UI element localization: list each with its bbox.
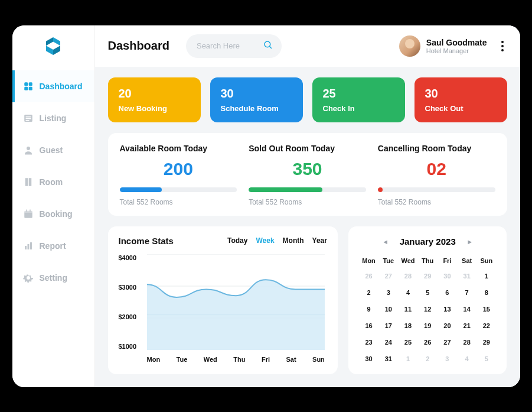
stat-label: Schedule Room	[221, 104, 292, 113]
calendar-day: 4	[457, 351, 476, 367]
calendar-day: 26	[359, 268, 378, 284]
stat-card-check-in[interactable]: 25Check In	[312, 77, 405, 122]
calendar-month-title: January 2023	[400, 236, 456, 246]
sidebar-item-dashboard[interactable]: Dashboard	[12, 70, 94, 102]
calendar-day[interactable]: 2	[359, 284, 378, 301]
stat-cards-row: 20New Booking30Schedule Room25Check In30…	[108, 77, 507, 122]
svg-rect-0	[24, 82, 28, 86]
user-menu[interactable]: Saul Goodmate Hotel Manager	[399, 35, 487, 57]
sidebar-item-report[interactable]: Report	[12, 230, 94, 262]
stat-card-check-out[interactable]: 30Check Out	[414, 77, 507, 122]
today-sub: Total 552 Rooms	[378, 198, 495, 206]
calendar-day[interactable]: 19	[418, 317, 438, 334]
calendar-day[interactable]: 13	[438, 301, 457, 317]
calendar-day[interactable]: 22	[476, 317, 496, 334]
today-value: 200	[120, 159, 237, 179]
sidebar-item-room[interactable]: Room	[12, 166, 94, 198]
more-menu-button[interactable]	[498, 37, 507, 55]
calendar-day[interactable]: 29	[476, 334, 496, 351]
svg-rect-2	[24, 86, 28, 90]
stat-value: 30	[221, 87, 292, 100]
calendar-day[interactable]: 11	[398, 301, 417, 317]
app-logo	[12, 25, 94, 67]
sidebar-item-label: Room	[40, 177, 63, 187]
calendar-day[interactable]: 21	[457, 317, 476, 334]
range-year[interactable]: Year	[312, 236, 327, 245]
xtick: Fri	[262, 356, 270, 363]
calendar-day[interactable]: 23	[359, 334, 378, 351]
user-meta: Saul Goodmate Hotel Manager	[426, 38, 487, 54]
list-icon	[23, 113, 34, 124]
sidebar-item-guest[interactable]: Guest	[12, 134, 94, 166]
calendar-day[interactable]: 12	[418, 301, 438, 317]
calendar-day[interactable]: 4	[398, 284, 417, 301]
sidebar-item-booking[interactable]: Booking	[12, 198, 94, 230]
grid-icon	[23, 81, 34, 92]
bottom-row: Income Stats TodayWeekMonthYear $4000$30…	[108, 226, 507, 374]
calendar-dow: Sun	[476, 254, 496, 268]
chart-x-labels: MonTueWedThuFriSatSun	[147, 356, 325, 363]
ytick: $4000	[119, 254, 137, 261]
today-title: Cancelling Room Today	[378, 144, 495, 153]
today-panel: Available Room Today200Total 552 RoomsSo…	[108, 133, 507, 216]
stat-label: Check In	[323, 104, 394, 113]
calendar-day[interactable]: 25	[398, 334, 417, 351]
calendar-next-button[interactable]: ►	[464, 236, 476, 248]
calendar-day[interactable]: 27	[438, 334, 457, 351]
xtick: Wed	[204, 356, 217, 363]
range-week[interactable]: Week	[256, 236, 274, 245]
svg-rect-14	[30, 209, 31, 212]
sidebar-nav: DashboardListingGuestRoomBookingReportSe…	[12, 67, 94, 297]
range-today[interactable]: Today	[227, 236, 247, 245]
stat-card-new-booking[interactable]: 20New Booking	[108, 77, 201, 122]
today-sub: Total 552 Rooms	[249, 198, 366, 206]
xtick: Sun	[312, 356, 325, 363]
range-month[interactable]: Month	[283, 236, 304, 245]
calendar-grid: MonTueWedThuFriSatSun2627282930311234567…	[359, 254, 497, 367]
calendar-icon	[23, 209, 34, 219]
today-value: 02	[378, 159, 495, 179]
calendar-day[interactable]: 5	[418, 284, 438, 301]
xtick: Thu	[233, 356, 245, 363]
calendar-day[interactable]: 24	[378, 334, 398, 351]
calendar-day[interactable]: 3	[378, 284, 398, 301]
calendar-prev-button[interactable]: ◄	[380, 236, 391, 248]
calendar-day[interactable]: 8	[476, 284, 496, 301]
main-area: Dashboard Saul Goodmate Hotel Manager 20…	[95, 25, 520, 387]
calendar-day[interactable]: 17	[378, 317, 398, 334]
calendar-day[interactable]: 10	[378, 301, 398, 317]
svg-point-18	[265, 41, 270, 47]
calendar-day[interactable]: 20	[438, 317, 457, 334]
avatar	[399, 35, 420, 57]
calendar-day[interactable]: 18	[398, 317, 417, 334]
sidebar-item-label: Guest	[40, 145, 63, 155]
calendar-day[interactable]: 1	[476, 268, 496, 284]
income-panel-head: Income Stats TodayWeekMonthYear	[119, 236, 327, 246]
calendar-day[interactable]: 26	[418, 334, 438, 351]
calendar-day: 29	[418, 268, 438, 284]
calendar-day[interactable]: 7	[457, 284, 476, 301]
svg-rect-12	[24, 210, 32, 212]
calendar-day[interactable]: 14	[457, 301, 476, 317]
calendar-day: 31	[457, 268, 476, 284]
chart-y-labels: $4000$3000$2000$1000	[119, 254, 137, 350]
sidebar-item-listing[interactable]: Listing	[12, 102, 94, 134]
xtick: Mon	[147, 356, 161, 363]
calendar-day[interactable]: 28	[457, 334, 476, 351]
calendar-day[interactable]: 30	[359, 351, 378, 367]
svg-rect-6	[25, 118, 31, 119]
income-title: Income Stats	[119, 236, 174, 246]
sidebar-item-label: Setting	[40, 273, 67, 283]
calendar-day[interactable]: 15	[476, 301, 496, 317]
sidebar-item-setting[interactable]: Setting	[12, 262, 94, 294]
calendar-day[interactable]: 16	[359, 317, 378, 334]
sidebar: DashboardListingGuestRoomBookingReportSe…	[12, 25, 95, 387]
calendar-day[interactable]: 31	[378, 351, 398, 367]
calendar-header: ◄ January 2023 ►	[359, 236, 497, 248]
stat-card-schedule-room[interactable]: 30Schedule Room	[210, 77, 303, 122]
calendar-day[interactable]: 9	[359, 301, 378, 317]
calendar-day[interactable]: 6	[438, 284, 457, 301]
sidebar-item-label: Report	[40, 241, 66, 251]
today-sub: Total 552 Rooms	[120, 198, 237, 206]
progress-bar	[249, 187, 366, 192]
